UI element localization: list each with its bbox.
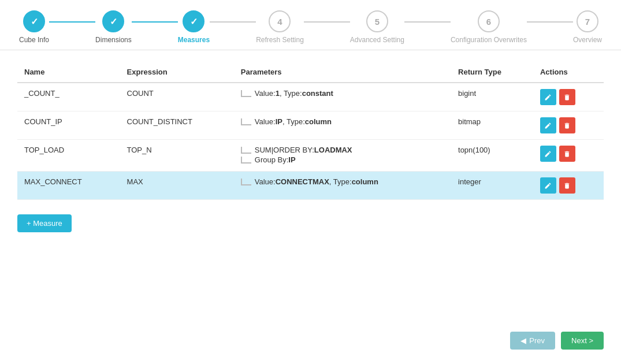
action-buttons (540, 146, 597, 162)
cell-name: COUNT_IP (17, 112, 120, 140)
step-measures[interactable]: Measures (178, 10, 210, 44)
connector-1 (49, 21, 95, 23)
param-line: Value:CONNECTMAX, Type:column (241, 177, 444, 186)
cell-parameters: Value:IP, Type:column (234, 112, 451, 140)
col-header-actions: Actions (533, 62, 604, 83)
table-row: COUNT_IPCOUNT_DISTINCTValue:IP, Type:col… (17, 112, 604, 140)
connector-3 (210, 21, 256, 23)
add-measure-button[interactable]: + Measure (17, 214, 72, 232)
prev-label: Prev (529, 336, 545, 345)
step-circle-2 (102, 10, 124, 32)
step-circle-5: 5 (366, 10, 388, 32)
arrow-left-icon: ◀ (520, 336, 526, 345)
step-cube-info[interactable]: Cube Info (19, 10, 49, 44)
edit-button[interactable] (540, 146, 556, 162)
connector-5 (404, 21, 451, 23)
param-bold-value: 1 (276, 89, 280, 98)
cell-expression: COUNT_DISTINCT (120, 112, 234, 140)
param-bold-suffix: column (352, 177, 378, 186)
param-indent-icon (241, 90, 251, 97)
table-row: MAX_CONNECTMAXValue:CONNECTMAX, Type:col… (17, 172, 604, 200)
step-circle-6: 6 (478, 10, 500, 32)
param-line: Group By:IP (241, 155, 444, 164)
param-line: SUM|ORDER BY:LOADMAX (241, 146, 444, 154)
connector-4 (304, 21, 350, 23)
cell-actions (533, 172, 604, 200)
step-label-1: Cube Info (19, 36, 49, 44)
next-button[interactable]: Next > (561, 332, 604, 350)
delete-button[interactable] (559, 177, 575, 194)
param-indent-icon (241, 179, 251, 185)
step-circle-3 (183, 10, 204, 32)
cell-actions (533, 140, 604, 172)
param-indent-icon (241, 118, 251, 125)
cell-parameters: SUM|ORDER BY:LOADMAXGroup By:IP (234, 140, 451, 172)
cell-return-type: bigint (451, 83, 533, 112)
col-header-name: Name (17, 62, 120, 83)
delete-button[interactable] (559, 89, 575, 105)
param-bold-value: IP (288, 155, 295, 164)
cell-actions (533, 83, 604, 112)
page-container: Cube Info Dimensions Measures 4 Refresh … (0, 0, 621, 364)
table-row: TOP_LOADTOP_NSUM|ORDER BY:LOADMAXGroup B… (17, 140, 604, 172)
step-refresh-setting[interactable]: 4 Refresh Setting (256, 10, 304, 44)
cell-return-type: integer (451, 172, 533, 200)
cell-actions (533, 112, 604, 140)
step-dimensions[interactable]: Dimensions (95, 10, 132, 44)
step-label-7: Overview (573, 36, 602, 44)
action-buttons (540, 89, 597, 105)
cell-expression: COUNT (120, 83, 234, 112)
edit-button[interactable] (540, 89, 556, 105)
step-advanced-setting[interactable]: 5 Advanced Setting (350, 10, 404, 44)
cell-expression: MAX (120, 172, 234, 200)
step-label-4: Refresh Setting (256, 36, 304, 44)
param-bold-value: IP (276, 117, 282, 126)
step-circle-1 (23, 10, 45, 32)
step-label-2: Dimensions (95, 36, 132, 44)
stepper: Cube Info Dimensions Measures 4 Refresh … (0, 0, 621, 50)
prev-button[interactable]: ◀ Prev (510, 332, 555, 350)
param-bold-value: CONNECTMAX (276, 177, 329, 186)
step-overview[interactable]: 7 Overview (573, 10, 602, 44)
param-bold-value: LOADMAX (314, 146, 352, 154)
cell-name: TOP_LOAD (17, 140, 120, 172)
cell-expression: TOP_N (120, 140, 234, 172)
step-label-5: Advanced Setting (350, 36, 404, 44)
connector-6 (527, 21, 573, 23)
edit-button[interactable] (540, 117, 556, 133)
step-circle-7: 7 (577, 10, 598, 32)
param-indent-icon (241, 157, 251, 164)
col-header-parameters: Parameters (234, 62, 451, 83)
table-header-row: Name Expression Parameters Return Type A… (17, 62, 604, 83)
cell-name: _COUNT_ (17, 83, 120, 112)
step-config-overwrites[interactable]: 6 Configuration Overwrites (451, 10, 527, 44)
footer: ◀ Prev Next > (493, 323, 621, 358)
cell-return-type: bitmap (451, 112, 533, 140)
col-header-expression: Expression (120, 62, 234, 83)
step-label-3: Measures (178, 36, 210, 44)
param-bold-suffix: constant (302, 89, 333, 98)
table-row: _COUNT_COUNTValue:1, Type:constantbigint (17, 83, 604, 112)
cell-parameters: Value:CONNECTMAX, Type:column (234, 172, 451, 200)
edit-button[interactable] (540, 177, 556, 194)
param-line: Value:1, Type:constant (241, 89, 444, 98)
table-section: Name Expression Parameters Return Type A… (0, 50, 621, 206)
col-header-return-type: Return Type (451, 62, 533, 83)
add-measure-section: + Measure (0, 206, 621, 241)
delete-button[interactable] (559, 146, 575, 162)
action-buttons (540, 117, 597, 133)
param-line: Value:IP, Type:column (241, 117, 444, 126)
step-circle-4: 4 (269, 10, 291, 32)
delete-button[interactable] (559, 117, 575, 133)
param-indent-icon (241, 147, 251, 154)
cell-parameters: Value:1, Type:constant (234, 83, 451, 112)
connector-2 (132, 21, 178, 23)
cell-return-type: topn(100) (451, 140, 533, 172)
cell-name: MAX_CONNECT (17, 172, 120, 200)
param-bold-suffix: column (305, 117, 332, 126)
action-buttons (540, 177, 597, 194)
measures-table: Name Expression Parameters Return Type A… (17, 62, 604, 200)
step-label-6: Configuration Overwrites (451, 36, 527, 44)
